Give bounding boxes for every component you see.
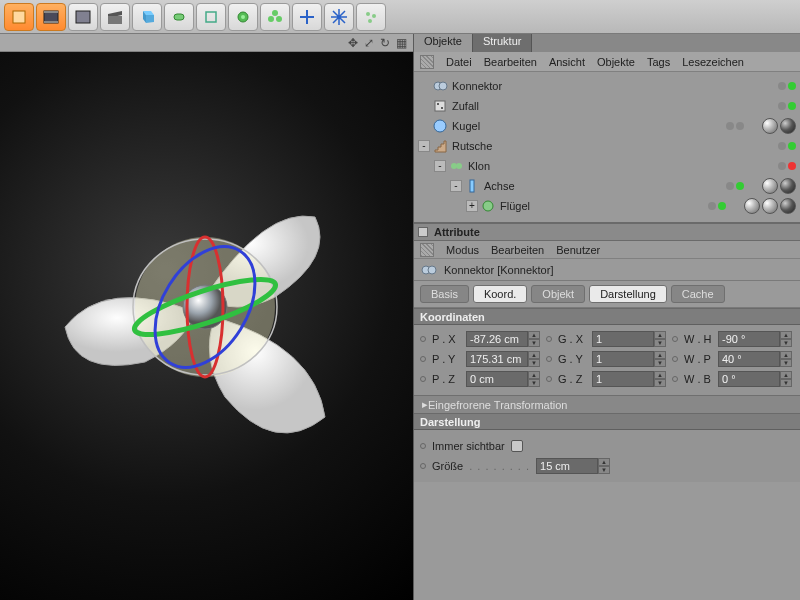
visibility-dot[interactable] — [778, 162, 786, 170]
tree-row[interactable]: -Rutsche — [418, 136, 796, 156]
menu-view[interactable]: Ansicht — [549, 56, 585, 68]
tree-item-label[interactable]: Flügel — [500, 200, 630, 212]
tag-icon[interactable] — [762, 118, 778, 134]
spin-up-icon[interactable]: ▲ — [780, 351, 792, 359]
spin-up-icon[interactable]: ▲ — [654, 331, 666, 339]
close-box-icon[interactable] — [418, 227, 428, 237]
expand-toggle[interactable]: - — [418, 140, 430, 152]
tool-clapper[interactable] — [100, 3, 130, 31]
visibility-dot[interactable] — [736, 182, 744, 190]
coord-gx-field[interactable]: ▲▼ — [592, 331, 668, 347]
frozen-transform-row[interactable]: ▸ Eingefrorene Transformation — [414, 395, 800, 413]
viewport-3d[interactable] — [0, 52, 413, 600]
tree-item-label[interactable]: Kugel — [452, 120, 582, 132]
spin-down-icon[interactable]: ▼ — [528, 339, 540, 347]
atab-basis[interactable]: Basis — [420, 285, 469, 303]
tool-particle[interactable] — [356, 3, 386, 31]
tree-row[interactable]: -Achse — [418, 176, 796, 196]
spin-up-icon[interactable]: ▲ — [780, 331, 792, 339]
spin-down-icon[interactable]: ▼ — [780, 379, 792, 387]
tree-item-label[interactable]: Klon — [468, 160, 598, 172]
tree-item-label[interactable]: Rutsche — [452, 140, 582, 152]
visibility-dot[interactable] — [788, 102, 796, 110]
tab-structure[interactable]: Struktur — [473, 34, 533, 52]
spin-down-icon[interactable]: ▼ — [528, 359, 540, 367]
tag-icon[interactable] — [762, 198, 778, 214]
spin-down-icon[interactable]: ▼ — [654, 359, 666, 367]
atab-cache[interactable]: Cache — [671, 285, 725, 303]
spin-down-icon[interactable]: ▼ — [654, 379, 666, 387]
visibility-dot[interactable] — [718, 202, 726, 210]
spin-down-icon[interactable]: ▼ — [780, 339, 792, 347]
tool-capsule[interactable] — [164, 3, 194, 31]
visibility-dot[interactable] — [788, 82, 796, 90]
grip-icon[interactable] — [420, 243, 434, 257]
visibility-dot[interactable] — [778, 142, 786, 150]
anim-ring-icon[interactable] — [420, 463, 426, 469]
coord-wh-field[interactable]: ▲▼ — [718, 331, 794, 347]
tag-icon[interactable] — [780, 178, 796, 194]
menu-tags[interactable]: Tags — [647, 56, 670, 68]
tree-row[interactable]: Konnektor — [418, 76, 796, 96]
anim-ring-icon[interactable] — [420, 376, 426, 382]
tree-row[interactable]: Zufall — [418, 96, 796, 116]
coord-wb-field[interactable]: ▲▼ — [718, 371, 794, 387]
coord-px-field[interactable]: ▲▼ — [466, 331, 542, 347]
coord-wb-input[interactable] — [718, 371, 780, 387]
visibility-dot[interactable] — [736, 122, 744, 130]
menu-edit[interactable]: Bearbeiten — [484, 56, 537, 68]
vp-pan-icon[interactable]: ✥ — [348, 36, 358, 50]
groesse-field[interactable]: ▲▼ — [536, 458, 612, 474]
tree-row[interactable]: +Flügel — [418, 196, 796, 216]
tag-icon[interactable] — [744, 198, 760, 214]
tag-icon[interactable] — [762, 178, 778, 194]
coord-gz-input[interactable] — [592, 371, 654, 387]
tool-film[interactable] — [36, 3, 66, 31]
tool-cubewire[interactable] — [196, 3, 226, 31]
visibility-dot[interactable] — [726, 182, 734, 190]
atab-objekt[interactable]: Objekt — [531, 285, 585, 303]
tree-item-label[interactable]: Achse — [484, 180, 614, 192]
spin-up-icon[interactable]: ▲ — [780, 371, 792, 379]
coord-pz-input[interactable] — [466, 371, 528, 387]
tool-arrows[interactable] — [292, 3, 322, 31]
anim-ring-icon[interactable] — [420, 356, 426, 362]
vp-layout-icon[interactable]: ▦ — [396, 36, 407, 50]
atab-darstellung[interactable]: Darstellung — [589, 285, 667, 303]
coord-gy-field[interactable]: ▲▼ — [592, 351, 668, 367]
coord-gx-input[interactable] — [592, 331, 654, 347]
tag-icon[interactable] — [780, 198, 796, 214]
coord-gy-input[interactable] — [592, 351, 654, 367]
spin-up-icon[interactable]: ▲ — [654, 351, 666, 359]
visibility-dot[interactable] — [788, 162, 796, 170]
menu-file[interactable]: Datei — [446, 56, 472, 68]
anim-ring-icon[interactable] — [672, 336, 678, 342]
grip-icon[interactable] — [420, 55, 434, 69]
immer-sichtbar-checkbox[interactable] — [511, 440, 523, 452]
tab-objects[interactable]: Objekte — [414, 34, 473, 52]
coord-wp-field[interactable]: ▲▼ — [718, 351, 794, 367]
anim-ring-icon[interactable] — [420, 336, 426, 342]
tool-cube[interactable] — [4, 3, 34, 31]
groesse-input[interactable] — [536, 458, 598, 474]
coord-wp-input[interactable] — [718, 351, 780, 367]
tool-cube3d[interactable] — [132, 3, 162, 31]
coord-px-input[interactable] — [466, 331, 528, 347]
expand-toggle[interactable]: - — [450, 180, 462, 192]
vp-zoom-icon[interactable]: ⤢ — [364, 36, 374, 50]
visibility-dot[interactable] — [708, 202, 716, 210]
coord-wh-input[interactable] — [718, 331, 780, 347]
spin-up-icon[interactable]: ▲ — [528, 371, 540, 379]
vp-orbit-icon[interactable]: ↻ — [380, 36, 390, 50]
menu-bookmarks[interactable]: Lesezeichen — [682, 56, 744, 68]
spin-up-icon[interactable]: ▲ — [528, 331, 540, 339]
coord-gz-field[interactable]: ▲▼ — [592, 371, 668, 387]
tree-row[interactable]: -Klon — [418, 156, 796, 176]
spin-down-icon[interactable]: ▼ — [654, 339, 666, 347]
expand-toggle[interactable]: + — [466, 200, 478, 212]
tag-icon[interactable] — [780, 118, 796, 134]
tree-row[interactable]: Kugel — [418, 116, 796, 136]
atab-koord[interactable]: Koord. — [473, 285, 527, 303]
spin-down-icon[interactable]: ▼ — [780, 359, 792, 367]
menu-edit[interactable]: Bearbeiten — [491, 244, 544, 256]
